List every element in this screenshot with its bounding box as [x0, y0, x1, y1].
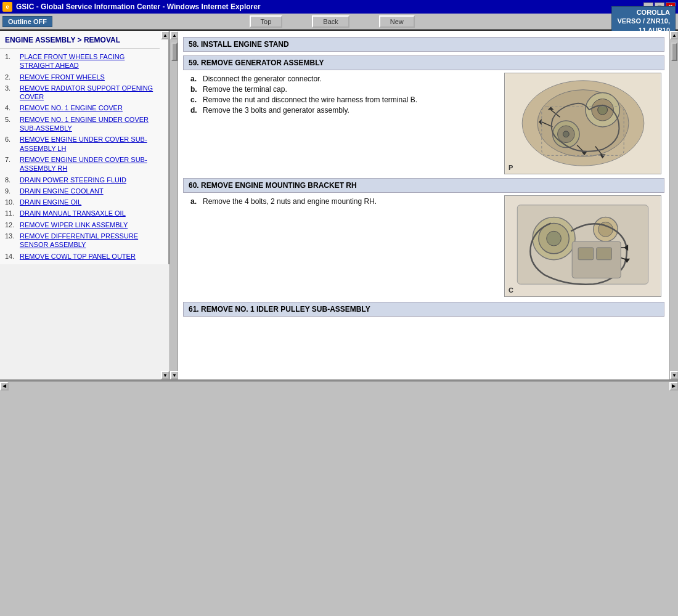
sidebar-item-13[interactable]: 13.REMOVE DIFFERENTIAL PRESSURE SENSOR A… [0, 230, 160, 251]
section-60-diagram: C [504, 195, 664, 297]
sidebar-item-num-2: 2. [5, 73, 20, 81]
sidebar-item-8[interactable]: 8.DRAIN POWER STEERING FLUID [0, 174, 160, 185]
step-59c: c. Remove the nut and disconnect the wir… [190, 95, 497, 104]
content-scroll-up[interactable]: ▲ [670, 31, 678, 39]
sidebar-item-label-6: REMOVE ENGINE UNDER COVER SUB-ASSEMBLY L… [20, 135, 155, 153]
sidebar-item-num-13: 13. [5, 232, 20, 249]
toolbar: Outline OFF Top Back New COROLLA VERSO /… [0, 14, 678, 30]
sidebar-item-label-9: DRAIN ENGINE COOLANT [20, 187, 104, 195]
sidebar-item-num-7: 7. [5, 155, 20, 173]
sidebar-scroll-up[interactable]: ▲ [161, 31, 170, 39]
content-scroll-down[interactable]: ▼ [670, 371, 678, 379]
sidebar-item-label-4: REMOVE NO. 1 ENGINE COVER [20, 103, 123, 112]
svg-rect-30 [578, 248, 594, 260]
bottom-bar: ◀ ▶ [0, 379, 678, 391]
window-title: GSIC - Global Service Information Center… [16, 2, 261, 11]
sidebar-item-num-11: 11. [5, 209, 20, 217]
sidebar-item-label-2: REMOVE FRONT WHEELS [20, 73, 105, 81]
sidebar-item-num-14: 14. [5, 252, 20, 261]
step-59d: d. Remove the 3 bolts and generator asse… [190, 106, 497, 115]
sidebar-item-3[interactable]: 3.REMOVE RADIATOR SUPPORT OPENING COVER [0, 83, 160, 103]
scroll-up-btn[interactable]: ▲ [170, 31, 179, 39]
sidebar-item-label-13: REMOVE DIFFERENTIAL PRESSURE SENSOR ASSE… [20, 232, 155, 249]
back-button[interactable]: Back [312, 15, 349, 28]
section-59-header: 59. REMOVE GENERATOR ASSEMBLY [183, 55, 664, 70]
main-area: ▲ ENGINE ASSEMBLY > REMOVAL 1.PLACE FRON… [0, 30, 678, 379]
sidebar-item-label-14: REMOVE COWL TOP PANEL OUTER [20, 252, 136, 261]
section-59-steps: a. Disconnect the generator connector. b… [183, 73, 497, 174]
sidebar-item-label-5: REMOVE NO. 1 ENGINE UNDER COVER SUB-ASSE… [20, 115, 155, 133]
sidebar-title: ENGINE ASSEMBLY > REMOVAL [0, 33, 160, 49]
sidebar-item-label-10: DRAIN ENGINE OIL [20, 198, 81, 206]
content-scrollbar[interactable]: ▲ ▼ [669, 31, 678, 379]
sidebar-item-10[interactable]: 10.DRAIN ENGINE OIL [0, 197, 160, 208]
step-59b: b. Remove the terminal cap. [190, 85, 497, 94]
sidebar-item-num-6: 6. [5, 135, 20, 153]
sidebar-item-6[interactable]: 6.REMOVE ENGINE UNDER COVER SUB-ASSEMBLY… [0, 134, 160, 154]
sidebar-item-label-3: REMOVE RADIATOR SUPPORT OPENING COVER [20, 84, 155, 102]
content-panel: 58. INSTALL ENGINE STAND 59. REMOVE GENE… [178, 31, 669, 379]
top-button[interactable]: Top [250, 15, 283, 28]
new-button[interactable]: New [379, 15, 415, 28]
section-60-steps: a. Remove the 4 bolts, 2 nuts and engine… [183, 195, 497, 297]
sidebar-scroll-down[interactable]: ▼ [161, 371, 170, 379]
sidebar-item-label-11: DRAIN MANUAL TRANSAXLE OIL [20, 209, 126, 217]
h-scrollbar[interactable]: ◀ ▶ [0, 381, 678, 390]
svg-point-8 [563, 131, 569, 137]
section-58-header: 58. INSTALL ENGINE STAND [183, 37, 664, 52]
sidebar-item-12[interactable]: 12.REMOVE WIPER LINK ASSEMBLY [0, 219, 160, 230]
diagram-59-label: P [508, 164, 513, 171]
sidebar-scrollbar[interactable]: ▲ ▼ [170, 31, 178, 379]
sidebar-item-1[interactable]: 1.PLACE FRONT WHEELS FACING STRAIGHT AHE… [0, 51, 160, 71]
sidebar: ENGINE ASSEMBLY > REMOVAL 1.PLACE FRONT … [0, 31, 170, 264]
diagram-60-label: C [508, 286, 513, 294]
sidebar-item-num-1: 1. [5, 52, 20, 70]
section-61-header: 61. REMOVE NO. 1 IDLER PULLEY SUB-ASSEMB… [183, 302, 664, 317]
sidebar-item-num-10: 10. [5, 198, 20, 206]
sidebar-item-4[interactable]: 4.REMOVE NO. 1 ENGINE COVER [0, 102, 160, 113]
section-59-diagram: P [504, 73, 664, 174]
title-bar: e GSIC - Global Service Information Cent… [0, 0, 678, 14]
scroll-down-btn[interactable]: ▼ [170, 371, 179, 379]
section-60-header: 60. REMOVE ENGINE MOUNTING BRACKET RH [183, 178, 664, 193]
sidebar-item-9[interactable]: 9.DRAIN ENGINE COOLANT [0, 185, 160, 197]
sidebar-item-label-8: DRAIN POWER STEERING FLUID [20, 176, 126, 184]
app-icon: e [2, 2, 12, 12]
svg-rect-31 [597, 248, 612, 260]
sidebar-item-num-9: 9. [5, 187, 20, 195]
sidebar-item-num-3: 3. [5, 84, 20, 102]
step-59a: a. Disconnect the generator connector. [190, 75, 497, 83]
sidebar-item-num-12: 12. [5, 221, 20, 229]
step-60a: a. Remove the 4 bolts, 2 nuts and engine… [190, 197, 497, 206]
sidebar-item-label-1: PLACE FRONT WHEELS FACING STRAIGHT AHEAD [20, 52, 155, 70]
svg-point-22 [547, 231, 562, 246]
sidebar-item-14[interactable]: 14.REMOVE COWL TOP PANEL OUTER [0, 251, 160, 262]
outline-button[interactable]: Outline OFF [2, 16, 52, 27]
h-scroll-right[interactable]: ▶ [669, 382, 678, 391]
sidebar-item-5[interactable]: 5.REMOVE NO. 1 ENGINE UNDER COVER SUB-AS… [0, 114, 160, 134]
sidebar-item-11[interactable]: 11.DRAIN MANUAL TRANSAXLE OIL [0, 208, 160, 219]
h-scroll-left[interactable]: ◀ [0, 382, 9, 391]
sidebar-item-num-8: 8. [5, 176, 20, 184]
sidebar-item-label-7: REMOVE ENGINE UNDER COVER SUB-ASSEMBLY R… [20, 155, 155, 173]
sidebar-item-2[interactable]: 2.REMOVE FRONT WHEELS [0, 71, 160, 83]
sidebar-item-num-5: 5. [5, 115, 20, 133]
sidebar-item-label-12: REMOVE WIPER LINK ASSEMBLY [20, 221, 128, 229]
sidebar-item-7[interactable]: 7.REMOVE ENGINE UNDER COVER SUB-ASSEMBLY… [0, 154, 160, 174]
sidebar-item-num-4: 4. [5, 103, 20, 112]
